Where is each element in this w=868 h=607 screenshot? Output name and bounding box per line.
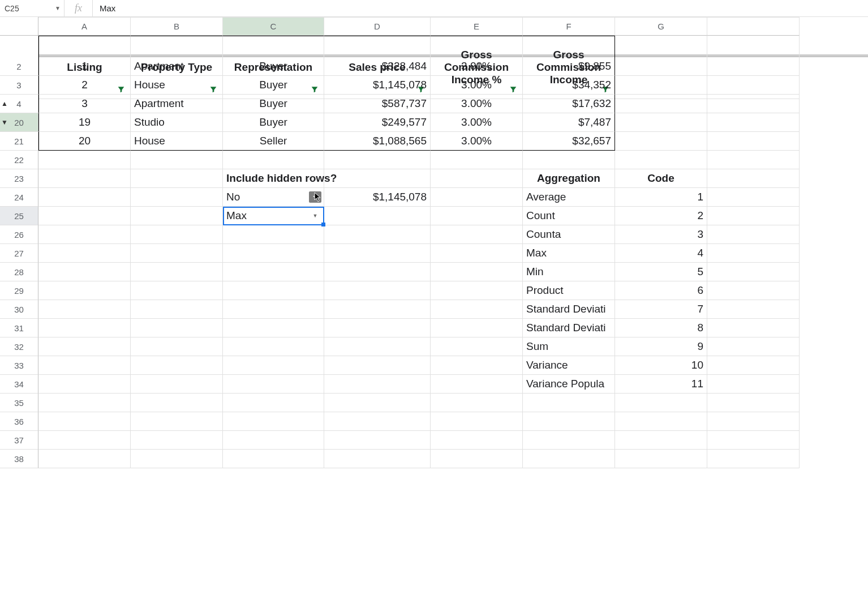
cell-E23[interactable] xyxy=(431,169,523,188)
row-header-24[interactable]: 24 xyxy=(0,188,38,207)
cell-F37[interactable] xyxy=(523,431,615,450)
cell-C22[interactable] xyxy=(223,151,324,169)
cell-F23[interactable]: Aggregation xyxy=(523,169,615,188)
cell-D26[interactable] xyxy=(324,225,431,244)
cell-blank-21[interactable] xyxy=(707,132,800,151)
cell-E2[interactable]: 3.00% xyxy=(431,57,523,76)
cell-G20[interactable] xyxy=(615,113,707,132)
cell-A35[interactable] xyxy=(38,394,131,412)
cell-C33[interactable] xyxy=(223,356,324,375)
cell-B2[interactable]: Apartment xyxy=(131,57,223,76)
cell-B23[interactable] xyxy=(131,169,223,188)
row-header-29[interactable]: 29 xyxy=(0,281,38,300)
row-header-38[interactable]: 38 xyxy=(0,450,38,468)
cell-E36[interactable] xyxy=(431,412,523,431)
cell-D31[interactable] xyxy=(324,319,431,337)
row-header-32[interactable]: 32 xyxy=(0,337,38,356)
cell-C27[interactable] xyxy=(223,244,324,263)
cell-blank-37[interactable] xyxy=(707,431,800,450)
cell-G22[interactable] xyxy=(615,151,707,169)
row-header-30[interactable]: 30 xyxy=(0,300,38,319)
cell-B37[interactable] xyxy=(131,431,223,450)
cell-blank-4[interactable] xyxy=(707,95,800,113)
cell-F21[interactable]: $32,657 xyxy=(523,132,615,151)
cell-B22[interactable] xyxy=(131,151,223,169)
row-header-35[interactable]: 35 xyxy=(0,394,38,412)
cell-F35[interactable] xyxy=(523,394,615,412)
cell-B31[interactable] xyxy=(131,319,223,337)
cell-E3[interactable]: 3.00% xyxy=(431,76,523,95)
cell-blank-24[interactable] xyxy=(707,188,800,207)
cell-E28[interactable] xyxy=(431,263,523,281)
cell-E38[interactable] xyxy=(431,450,523,468)
cell-A26[interactable] xyxy=(38,225,131,244)
row-header-27[interactable]: 27 xyxy=(0,244,38,263)
cell-blank-32[interactable] xyxy=(707,337,800,356)
cell-F22[interactable] xyxy=(523,151,615,169)
cell-F26[interactable]: Counta xyxy=(523,225,615,244)
col-header-C[interactable]: C xyxy=(223,17,324,36)
cell-F27[interactable]: Max xyxy=(523,244,615,263)
cell-G33[interactable]: 10 xyxy=(615,356,707,375)
cell-G36[interactable] xyxy=(615,412,707,431)
select-all-corner[interactable] xyxy=(0,17,38,36)
cell-D23[interactable] xyxy=(324,169,431,188)
cell-F29[interactable]: Product xyxy=(523,281,615,300)
cell-D20[interactable]: $249,577 xyxy=(324,113,431,132)
col-header-E[interactable]: E xyxy=(431,17,523,36)
cell-D34[interactable] xyxy=(324,375,431,394)
cell-C29[interactable] xyxy=(223,281,324,300)
spreadsheet-grid[interactable]: A B C D E F G 1 Listing Property Type Re… xyxy=(0,17,868,54)
cell-D36[interactable] xyxy=(324,412,431,431)
cell-D4[interactable]: $587,737 xyxy=(324,95,431,113)
cell-G3[interactable] xyxy=(615,76,707,95)
cell-E21[interactable]: 3.00% xyxy=(431,132,523,151)
cell-C38[interactable] xyxy=(223,450,324,468)
cell-D22[interactable] xyxy=(324,151,431,169)
cell-G37[interactable] xyxy=(615,431,707,450)
cell-E4[interactable]: 3.00% xyxy=(431,95,523,113)
cell-B28[interactable] xyxy=(131,263,223,281)
cell-blank-20[interactable] xyxy=(707,113,800,132)
cell-D33[interactable] xyxy=(324,356,431,375)
cell-G21[interactable] xyxy=(615,132,707,151)
cell-blank-33[interactable] xyxy=(707,356,800,375)
cell-C2[interactable]: Buyer xyxy=(223,57,324,76)
cell-E26[interactable] xyxy=(431,225,523,244)
cell-B38[interactable] xyxy=(131,450,223,468)
cell-G30[interactable]: 7 xyxy=(615,300,707,319)
cell-F38[interactable] xyxy=(523,450,615,468)
cell-D24[interactable]: $1,145,078 xyxy=(324,188,431,207)
cell-A37[interactable] xyxy=(38,431,131,450)
cell-blank-29[interactable] xyxy=(707,281,800,300)
cell-A3[interactable]: 2 xyxy=(38,76,131,95)
cell-G31[interactable]: 8 xyxy=(615,319,707,337)
cell-B20[interactable]: Studio xyxy=(131,113,223,132)
row-header-26[interactable]: 26 xyxy=(0,225,38,244)
cell-F3[interactable]: $34,352 xyxy=(523,76,615,95)
cell-A29[interactable] xyxy=(38,281,131,300)
cell-D25[interactable] xyxy=(324,207,431,225)
cell-G2[interactable] xyxy=(615,57,707,76)
cell-A23[interactable] xyxy=(38,169,131,188)
dropdown-button[interactable] xyxy=(309,191,321,203)
row-header-3[interactable]: 3 xyxy=(0,76,38,95)
cell-E33[interactable] xyxy=(431,356,523,375)
cell-B26[interactable] xyxy=(131,225,223,244)
row-header-2[interactable]: 2 xyxy=(0,57,38,76)
cell-F24[interactable]: Average xyxy=(523,188,615,207)
cell-D29[interactable] xyxy=(324,281,431,300)
cell-A32[interactable] xyxy=(38,337,131,356)
cell-E22[interactable] xyxy=(431,151,523,169)
cell-E31[interactable] xyxy=(431,319,523,337)
cell-C26[interactable] xyxy=(223,225,324,244)
cell-C24[interactable]: No xyxy=(223,188,324,207)
cell-blank-27[interactable] xyxy=(707,244,800,263)
cell-A30[interactable] xyxy=(38,300,131,319)
cell-A24[interactable] xyxy=(38,188,131,207)
cell-blank-35[interactable] xyxy=(707,394,800,412)
cell-A38[interactable] xyxy=(38,450,131,468)
cell-B33[interactable] xyxy=(131,356,223,375)
cell-B35[interactable] xyxy=(131,394,223,412)
cell-E25[interactable] xyxy=(431,207,523,225)
